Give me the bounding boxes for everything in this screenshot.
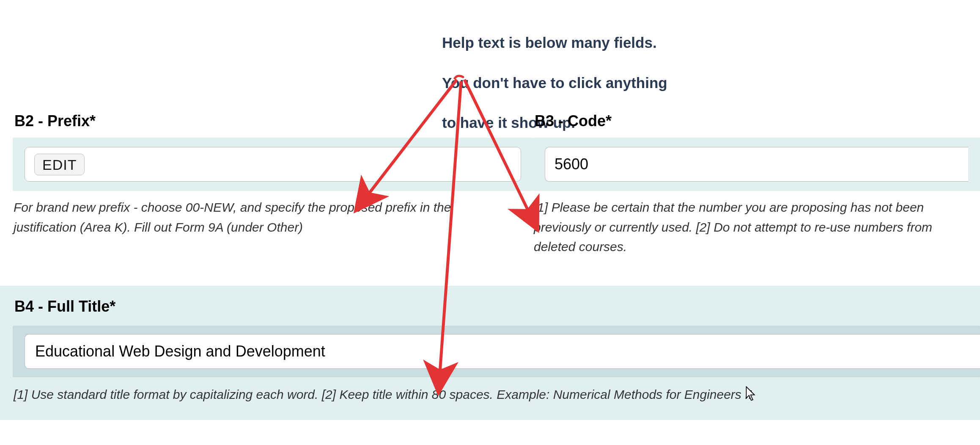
help-text-b3: [1] Please be certain that the number yo… — [533, 198, 980, 257]
label-b2-prefix: B2 - Prefix* — [14, 112, 533, 130]
input-wrap-b3 — [533, 138, 980, 191]
edit-prefix-button[interactable]: EDIT — [34, 154, 85, 175]
input-wrap-b2: EDIT — [13, 138, 533, 191]
help-text-b4: [1] Use standard title format by capital… — [13, 385, 980, 405]
field-b2-prefix: B2 - Prefix* EDIT For brand new prefix -… — [13, 112, 533, 257]
code-input[interactable] — [545, 147, 968, 182]
full-title-input[interactable] — [25, 334, 980, 369]
field-b3-code: B3 - Code* [1] Please be certain that th… — [533, 112, 980, 257]
prefix-input-container[interactable]: EDIT — [25, 147, 521, 182]
label-b4-full-title: B4 - Full Title* — [14, 298, 980, 315]
help-text-b2: For brand new prefix - choose 00-NEW, an… — [13, 198, 533, 237]
callout-line-2: You don't have to click anything — [442, 75, 667, 91]
cursor-icon — [745, 386, 757, 401]
row-b2-b3: B2 - Prefix* EDIT For brand new prefix -… — [13, 112, 980, 257]
label-b3-code: B3 - Code* — [535, 112, 980, 130]
field-b4-full-title: B4 - Full Title* [1] Use standard title … — [0, 286, 980, 420]
input-wrap-b4 — [13, 326, 980, 377]
callout-line-1: Help text is below many fields. — [442, 34, 657, 51]
